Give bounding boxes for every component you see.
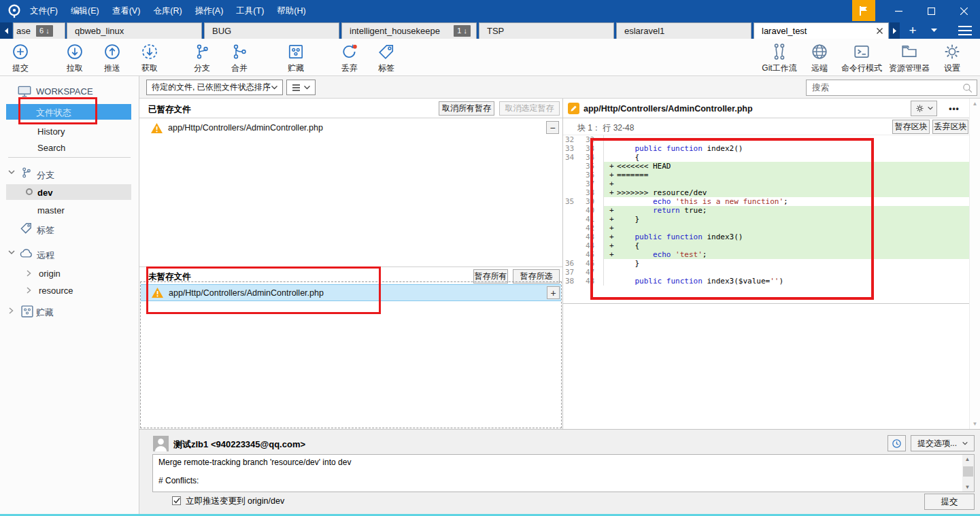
message-scrollbar[interactable]: ▲ ▼: [962, 455, 974, 492]
sidebar-item-history[interactable]: History: [37, 126, 65, 137]
more-options-button[interactable]: •••: [944, 101, 964, 116]
chevron-down-icon[interactable]: [8, 170, 15, 175]
sidebar-item-search[interactable]: Search: [37, 143, 65, 153]
cloud-icon: [20, 247, 33, 258]
flag-icon: [859, 5, 868, 16]
modified-file-icon: [568, 103, 579, 114]
diff-scrollbar[interactable]: ▲ ▼: [969, 99, 980, 429]
tab-partial[interactable]: ase6 ↓: [13, 22, 65, 39]
hamburger-menu-button[interactable]: [956, 22, 975, 39]
terminal-icon: [836, 42, 888, 61]
close-button[interactable]: [947, 0, 980, 22]
title-bar: 文件(F)编辑(E)查看(V)仓库(R)操作(A)工具(T)帮助(H): [0, 0, 980, 22]
staged-title: 已暂存文件: [148, 104, 191, 116]
tab-badge: 1 ↓: [454, 25, 471, 37]
sidebar-item-origin[interactable]: origin: [39, 269, 61, 279]
menu-item-1[interactable]: 编辑(E): [71, 5, 99, 17]
tab-BUG[interactable]: BUG: [204, 22, 339, 39]
staged-file-row[interactable]: app/Http/Controllers/AdminController.php: [139, 120, 562, 136]
search-input[interactable]: 搜索: [806, 80, 977, 96]
chevron-down-icon: [928, 107, 933, 110]
push-immediately-label: 立即推送变更到 origin/dev: [186, 496, 284, 507]
sidebar-item-dev-label[interactable]: dev: [37, 188, 52, 198]
tab-laravel_test[interactable]: laravel_test: [754, 22, 889, 39]
push-immediately-checkbox[interactable]: [172, 496, 181, 505]
toolbar-commit-button[interactable]: 提交: [0, 42, 46, 74]
chevron-down-icon[interactable]: [8, 250, 15, 255]
filter-bar: 待定的文件, 已依照文件状态排序 搜索: [139, 76, 980, 99]
stage-hunk-button[interactable]: 暂存区块: [892, 120, 930, 134]
sidebar-group-tags[interactable]: 标签: [37, 224, 54, 237]
staged-section-header: 已暂存文件 取消所有暂存 取消选定暂存: [139, 99, 562, 118]
tab-TSP[interactable]: TSP: [479, 22, 614, 39]
menu-item-2[interactable]: 查看(V): [112, 5, 141, 17]
diff-options-button[interactable]: [911, 101, 937, 116]
tag-icon: [20, 222, 33, 235]
sidebar-separator: [8, 157, 131, 158]
list-icon: [292, 84, 300, 91]
sidebar-group-branches[interactable]: 分支: [37, 169, 54, 182]
app-logo-icon: [7, 3, 22, 18]
sidebar-group-stash[interactable]: 贮藏: [36, 307, 54, 319]
menu-item-3[interactable]: 仓库(R): [153, 5, 182, 17]
commit-options-button[interactable]: 提交选项...: [911, 435, 975, 451]
tag-icon: [360, 42, 412, 61]
discard-hunk-button[interactable]: 丢弃区块: [932, 120, 968, 134]
minimize-button[interactable]: [883, 0, 915, 22]
hunk-header: 块 1： 行 32-48 暂存区块 丢弃区块: [563, 118, 970, 135]
toolbar-fetch-button[interactable]: 获取: [124, 42, 175, 74]
unstage-selected-button[interactable]: 取消选定暂存: [499, 101, 560, 116]
tab-bar: ase6 ↓qbweb_linuxBUGintelligent_housekee…: [0, 22, 980, 39]
menu-item-6[interactable]: 帮助(H): [277, 5, 305, 17]
sidebar-item-resource[interactable]: resource: [39, 286, 73, 296]
toolbar-settings-button[interactable]: 设置: [926, 42, 978, 74]
clock-icon: [892, 438, 902, 449]
menu-item-5[interactable]: 工具(T): [236, 5, 264, 17]
tab-qbweb_linux[interactable]: qbweb_linux: [67, 22, 202, 39]
commit-message-box[interactable]: Merge remote-tracking branch 'resource/d…: [152, 454, 975, 492]
toolbar-terminal-button[interactable]: 命令行模式: [836, 42, 888, 74]
chevron-right-icon[interactable]: [27, 270, 31, 277]
unstage-all-button[interactable]: 取消所有暂存: [439, 101, 494, 116]
fetch-icon: [124, 42, 175, 61]
settings-icon: [926, 42, 978, 61]
stage-file-button[interactable]: +: [547, 286, 560, 299]
new-tab-button[interactable]: +: [905, 22, 921, 39]
tab-intelligent_housekeepe[interactable]: intelligent_housekeepe1 ↓: [341, 22, 477, 39]
merge-icon: [214, 42, 265, 61]
commit-message-text: Merge remote-tracking branch 'resource/d…: [158, 458, 958, 486]
commit-author: 测试zlb1 <940223345@qq.com>: [173, 438, 305, 451]
chevron-down-icon: [962, 442, 968, 445]
menu-item-4[interactable]: 操作(A): [195, 5, 224, 17]
view-options-dropdown[interactable]: [286, 80, 316, 95]
sidebar-group-remotes[interactable]: 远程: [37, 250, 54, 262]
tab-badge: 6 ↓: [36, 25, 53, 37]
toolbar-tag-button[interactable]: 标签: [360, 42, 412, 74]
tab-eslaravel1[interactable]: eslaravel1: [616, 22, 751, 39]
commit-history-button[interactable]: [888, 435, 906, 451]
workspace-icon: [18, 86, 31, 97]
menu-item-0[interactable]: 文件(F): [30, 5, 58, 17]
commit-button[interactable]: 提交: [924, 494, 975, 510]
sidebar-item-master[interactable]: master: [37, 205, 65, 216]
chevron-right-icon[interactable]: [9, 307, 14, 314]
unstage-file-button[interactable]: −: [546, 121, 559, 134]
stash-icon: [270, 42, 322, 61]
toolbar-merge-button[interactable]: 合并: [214, 42, 265, 74]
flag-button[interactable]: [852, 0, 875, 21]
annotation-box-diff: [590, 138, 874, 300]
diff-filename: app/Http/Controllers/AdminController.php: [584, 104, 753, 114]
tab-scroll-right-button[interactable]: [890, 22, 900, 39]
toolbar-stash-button[interactable]: 贮藏: [270, 42, 322, 74]
pending-files-dropdown[interactable]: 待定的文件, 已依照文件状态排序: [146, 80, 283, 95]
tab-dropdown-button[interactable]: [928, 22, 939, 39]
commit-icon: [0, 42, 46, 61]
gear-icon: [915, 104, 924, 113]
file-status-panel: 已暂存文件 取消所有暂存 取消选定暂存 app/Http/Controllers…: [139, 99, 562, 429]
toolbar: 提交拉取推送获取分支合并贮藏丢弃标签Git工作流远端命令行模式资源管理器设置: [0, 39, 980, 76]
search-icon: [962, 83, 973, 93]
maximize-button[interactable]: [915, 0, 947, 22]
tab-close-icon[interactable]: [877, 28, 883, 34]
chevron-right-icon[interactable]: [27, 287, 31, 294]
tab-scroll-left-button[interactable]: [0, 22, 12, 39]
